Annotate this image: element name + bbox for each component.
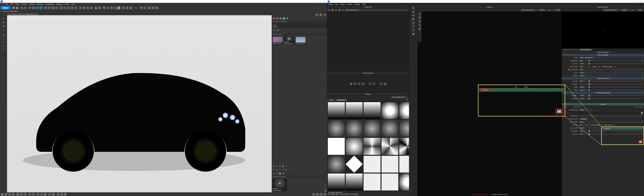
menu-product[interactable]: Product	[20, 3, 28, 5]
prop-longitude[interactable]	[579, 83, 588, 85]
invert-checkbox[interactable]	[598, 66, 600, 68]
preset-thumb[interactable]	[381, 120, 399, 137]
sb-icon-d[interactable]: 📷	[48, 193, 51, 196]
sb-icon-end1[interactable]: ◐	[312, 193, 315, 196]
half-checkbox[interactable]	[582, 124, 585, 126]
sicon-f[interactable]: ⛓	[288, 169, 290, 171]
cvtool-g-icon[interactable]: ✕	[412, 29, 415, 32]
section-transform-core[interactable]: Transform (Core)	[562, 77, 644, 80]
env-fx-icon[interactable]: ✨	[277, 29, 280, 32]
preset-thumb[interactable]	[364, 138, 381, 155]
folder-icon[interactable]: 📁	[557, 110, 562, 113]
prop-handle-u[interactable]: 0.000	[579, 94, 588, 97]
lc-bright-icon[interactable]: ☀	[380, 82, 383, 85]
lock-icon[interactable]: 🔒	[324, 190, 326, 192]
tool-walk-icon[interactable]: 🚶	[63, 6, 66, 9]
sb-icon-end3[interactable]: ⛶	[320, 193, 323, 196]
preset-thumb[interactable]	[328, 156, 345, 173]
rmenu-help[interactable]: Help	[361, 3, 366, 5]
restore-button[interactable]: Restore	[579, 118, 588, 120]
sicon-i[interactable]: 📋	[279, 173, 281, 174]
vtool-layer-icon[interactable]: ◫	[2, 41, 5, 44]
tool-move-icon[interactable]: ↔	[67, 6, 70, 9]
preset-thumb[interactable]	[399, 120, 409, 137]
lc-v-icon[interactable]: ⬍	[358, 82, 360, 85]
cvtool-d-icon[interactable]: ◧	[412, 17, 415, 21]
library-tab1-icon[interactable]: |||	[315, 13, 318, 16]
cv2-b-icon[interactable]: ■	[418, 16, 421, 19]
preset-thumb[interactable]	[328, 102, 345, 119]
env-thumb-3[interactable]: market place	[295, 36, 306, 45]
menu-editors[interactable]: Editors	[64, 3, 70, 5]
tool-scale-icon[interactable]: ⤧	[74, 6, 77, 9]
prop-blendmode[interactable]: Add	[579, 65, 591, 68]
section-master[interactable]: Master Settings	[562, 54, 644, 56]
sb-icon-4[interactable]: ▒	[12, 193, 15, 196]
lc-prev-icon[interactable]: ◀	[350, 82, 352, 85]
library-tab2-icon[interactable]: ◧	[319, 13, 322, 16]
vtool-sun-icon[interactable]: ☀	[2, 13, 5, 16]
preset-thumb[interactable]	[328, 120, 345, 137]
tool-mirror-icon[interactable]: ◧	[98, 6, 101, 9]
cvtool-c-icon[interactable]: ⊕	[412, 14, 415, 17]
section-content[interactable]: Content	[562, 103, 644, 105]
r-close-icon[interactable]: ✕	[639, 1, 643, 2]
tool-undo-icon[interactable]: ↶	[20, 6, 23, 9]
sicon-h[interactable]: ⊖	[276, 173, 278, 174]
mat-icon-4[interactable]	[283, 17, 285, 19]
sb-icon-3[interactable]: ☰	[8, 193, 11, 196]
prop-latitude[interactable]: 0.00	[579, 80, 588, 82]
sb-icon-5[interactable]: ◉	[16, 193, 19, 196]
menu-scripting[interactable]: Scripting	[55, 3, 64, 5]
content-add-icon[interactable]: +	[593, 109, 594, 111]
cv2-d-icon[interactable]: ≡	[418, 23, 421, 26]
vtool-brush-icon[interactable]: ✎	[2, 28, 5, 31]
mat-icon-1[interactable]	[273, 17, 275, 19]
tool-grid-icon[interactable]: ▦	[51, 6, 54, 9]
vtool-eyedrop-icon[interactable]: 💧	[2, 25, 5, 28]
tool-save-icon[interactable]: 💾	[16, 6, 18, 9]
tool-target-icon[interactable]: ◎	[36, 6, 39, 9]
sb-icon-h[interactable]: ⊠	[64, 193, 67, 196]
long-slider[interactable]	[588, 84, 643, 84]
tool-redo-icon[interactable]: ↷	[24, 6, 27, 9]
ll-icon-4[interactable]: ◨	[338, 9, 341, 11]
brightness-stepper[interactable]: ⊕	[642, 60, 643, 61]
light-preview-view[interactable]	[562, 11, 644, 48]
prop-height[interactable]: 100.00	[579, 89, 588, 91]
preview-picker-icon[interactable]: ◉	[631, 9, 633, 11]
tool-warn-icon[interactable]: ⚠	[118, 6, 120, 9]
tool-open-icon[interactable]: 📁	[12, 6, 15, 9]
sb-icon-1[interactable]: ▣	[1, 193, 4, 196]
menu-visualization[interactable]: Visualization	[44, 3, 55, 5]
preview-exposure[interactable]: 1.0000	[634, 9, 643, 11]
swap-icon[interactable]: ⟳	[324, 187, 326, 189]
sicon-4[interactable]: ◨	[282, 165, 284, 167]
preset-thumb[interactable]	[399, 102, 409, 119]
sicon-e[interactable]: ⟳	[285, 169, 286, 171]
preview-colorspace[interactable]: sRGB (rgbMonitor)	[602, 9, 620, 11]
tool-col3-icon[interactable]: ▩	[129, 6, 132, 9]
prop-saturation[interactable]: 1.00	[579, 130, 588, 132]
handleu-slider[interactable]	[588, 95, 643, 96]
maximize-icon[interactable]: ◻	[318, 1, 322, 2]
sb-icon-8[interactable]: ↔	[28, 193, 31, 196]
tool-snap3-icon[interactable]: ⊗	[86, 6, 89, 9]
rmenu-window[interactable]: Window	[353, 3, 361, 5]
cvtool-a-icon[interactable]: ⊡	[412, 6, 415, 9]
tool-link-icon[interactable]: ⟲	[40, 6, 42, 9]
content-path-field[interactable]	[579, 112, 640, 114]
handlev-slider[interactable]	[588, 98, 643, 99]
sb-icon-6[interactable]: ⊙	[20, 193, 23, 196]
tool-angle-icon[interactable]: 📐	[94, 6, 98, 9]
tool-env3-icon[interactable]: ◓	[155, 6, 158, 9]
unpremult-checkbox[interactable]	[601, 124, 604, 126]
sicon-2[interactable]: ◎	[276, 165, 278, 167]
prop-gamma[interactable]: 1.00	[579, 133, 588, 135]
preset-thumb[interactable]	[346, 173, 363, 191]
sb-icon-a[interactable]: ⌖	[36, 193, 40, 196]
prop-color-profile[interactable]: linear	[579, 121, 643, 123]
viewport-3d[interactable]: Free Camera - Acid - non configurable se…	[7, 13, 272, 192]
cvtool-h-icon[interactable]: ▣	[412, 32, 415, 35]
cvtool-b-icon[interactable]: ◎	[412, 10, 415, 13]
